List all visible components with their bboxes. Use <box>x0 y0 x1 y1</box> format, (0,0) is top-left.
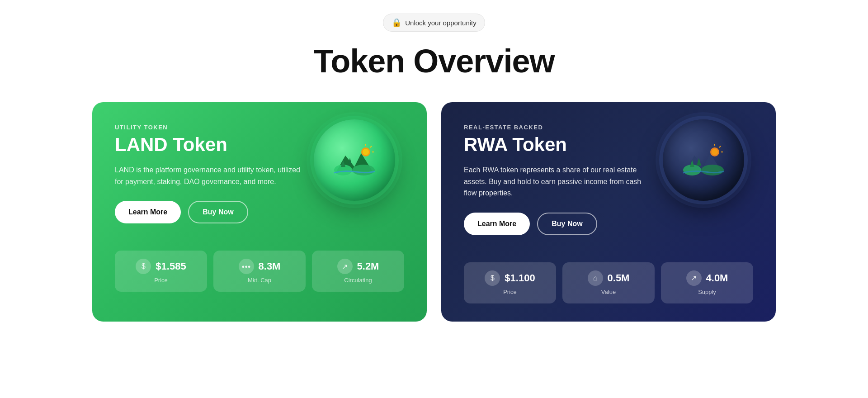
land-btn-group: Learn More Buy Now <box>115 201 314 223</box>
svg-line-14 <box>719 146 721 147</box>
rwa-stats-row: $ $1.100 Price ⌂ 0.5M Value ↗ 4.0M Suppl… <box>464 262 753 303</box>
land-mktcap-value: 8.3M <box>259 261 281 272</box>
svg-point-10 <box>701 165 724 175</box>
unlock-label: Unlock your opportunity <box>405 19 476 27</box>
land-coin-svg <box>332 142 377 178</box>
land-token-name: LAND Token <box>115 134 314 155</box>
land-circulating-value: 5.2M <box>357 261 379 272</box>
land-stat-circulating: ↗ 5.2M Circulating <box>312 251 404 292</box>
rwa-value-value: 0.5M <box>608 272 630 284</box>
rwa-buy-now-button[interactable]: Buy Now <box>537 213 597 235</box>
rwa-coin-circle <box>663 119 744 201</box>
land-mktcap-label: Mkt. Cap <box>222 277 297 284</box>
rwa-token-type: REAL-ESTATE BACKED <box>464 124 663 131</box>
card-top-land: UTILITY TOKEN LAND Token LAND is the pla… <box>115 124 404 240</box>
land-buy-now-button[interactable]: Buy Now <box>188 201 248 223</box>
rwa-value-icon: ⌂ <box>588 270 603 286</box>
unlock-badge: 🔒 Unlock your opportunity <box>383 14 485 32</box>
land-price-icon: $ <box>136 259 151 274</box>
page-title: Token Overview <box>314 43 555 80</box>
rwa-token-description: Each RWA token represents a share of our… <box>464 164 654 199</box>
rwa-price-icon: $ <box>485 270 500 286</box>
rwa-token-name: RWA Token <box>464 134 663 155</box>
land-token-card: UTILITY TOKEN LAND Token LAND is the pla… <box>92 102 427 322</box>
land-price-label: Price <box>124 277 198 284</box>
land-token-type: UTILITY TOKEN <box>115 124 314 131</box>
rwa-token-card: REAL-ESTATE BACKED RWA Token Each RWA to… <box>441 102 776 322</box>
cards-container: UTILITY TOKEN LAND Token LAND is the pla… <box>81 102 787 322</box>
rwa-stat-price: $ $1.100 Price <box>464 262 556 303</box>
rwa-supply-icon: ↗ <box>686 270 702 286</box>
card-top-rwa: REAL-ESTATE BACKED RWA Token Each RWA to… <box>464 124 753 251</box>
rwa-btn-group: Learn More Buy Now <box>464 213 663 235</box>
svg-point-12 <box>712 149 718 155</box>
rwa-text-section: REAL-ESTATE BACKED RWA Token Each RWA to… <box>464 124 663 251</box>
land-token-description: LAND is the platform governance and util… <box>115 164 305 187</box>
svg-line-5 <box>370 146 372 147</box>
lock-icon: 🔒 <box>392 18 401 28</box>
land-stat-mktcap: ●●● 8.3M Mkt. Cap <box>213 251 306 292</box>
svg-point-3 <box>363 149 369 155</box>
land-coin-image <box>314 119 404 210</box>
rwa-value-label: Value <box>571 289 646 295</box>
rwa-learn-more-button[interactable]: Learn More <box>464 213 530 235</box>
land-stats-row: $ $1.585 Price ●●● 8.3M Mkt. Cap ↗ 5.2M … <box>115 251 404 292</box>
rwa-price-label: Price <box>473 289 547 295</box>
rwa-stat-supply: ↗ 4.0M Supply <box>661 262 753 303</box>
land-mktcap-icon: ●●● <box>239 259 254 274</box>
rwa-supply-value: 4.0M <box>706 272 728 284</box>
land-stat-price: $ $1.585 Price <box>115 251 207 292</box>
svg-point-1 <box>352 165 375 175</box>
land-learn-more-button[interactable]: Learn More <box>115 201 181 223</box>
land-stat-mktcap-row: ●●● 8.3M <box>222 259 297 274</box>
land-stat-price-row: $ $1.585 <box>124 259 198 274</box>
land-stat-circulating-row: ↗ 5.2M <box>321 259 395 274</box>
rwa-stat-value-row: ⌂ 0.5M <box>571 270 646 286</box>
rwa-coin-image <box>663 119 753 210</box>
rwa-coin-svg <box>681 142 726 178</box>
rwa-supply-label: Supply <box>670 289 744 295</box>
rwa-stat-supply-row: ↗ 4.0M <box>670 270 744 286</box>
rwa-stat-value: ⌂ 0.5M Value <box>562 262 655 303</box>
land-circulating-label: Circulating <box>321 277 395 284</box>
rwa-stat-price-row: $ $1.100 <box>473 270 547 286</box>
land-circulating-icon: ↗ <box>337 259 353 274</box>
land-price-value: $1.585 <box>156 261 186 272</box>
rwa-price-value: $1.100 <box>505 272 535 284</box>
land-coin-circle <box>314 119 395 201</box>
land-text-section: UTILITY TOKEN LAND Token LAND is the pla… <box>115 124 314 240</box>
